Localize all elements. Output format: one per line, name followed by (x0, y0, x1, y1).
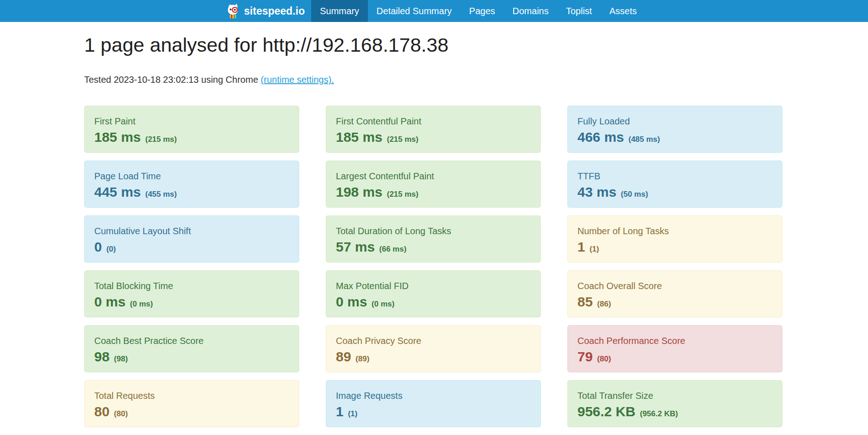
metric-card-coach-privacy-score: Coach Privacy Score 89 (89) (326, 325, 541, 372)
metric-label: First Paint (94, 116, 289, 126)
metric-label: Total Requests (94, 391, 289, 401)
metric-card-coach-best-practice-score: Coach Best Practice Score 98 (98) (84, 325, 299, 372)
metric-value-secondary: (1) (346, 409, 358, 418)
metric-label: Coach Best Practice Score (94, 336, 289, 346)
metric-value-main: 98 (94, 349, 109, 364)
metric-value: 0 (0) (94, 239, 289, 255)
metric-label: Coach Overall Score (577, 281, 772, 291)
metric-card-coach-overall-score: Coach Overall Score 85 (86) (567, 270, 782, 317)
main-content: 1 page analysed for http://192.168.178.3… (84, 34, 782, 435)
metric-label: TTFB (577, 171, 772, 181)
metric-label: Total Blocking Time (94, 281, 289, 291)
metric-value: 185 ms (215 ms) (94, 129, 289, 145)
metric-card-total-requests: Total Requests 80 (80) (84, 380, 299, 427)
metric-value: 79 (80) (577, 349, 772, 365)
metric-value-secondary: (215 ms) (385, 135, 419, 144)
metric-label: Largest Contentful Paint (336, 171, 531, 181)
metric-value-secondary: (86) (595, 300, 611, 308)
metric-card-cumulative-layout-shift: Cumulative Layout Shift 0 (0) (84, 215, 299, 263)
nav-tab-summary[interactable]: Summary (311, 0, 368, 22)
metric-card-page-load-time: Page Load Time 445 ms (455 ms) (84, 161, 299, 208)
metric-card-total-duration-of-long-tasks: Total Duration of Long Tasks 57 ms (66 m… (326, 215, 541, 263)
metric-value-secondary: (215 ms) (385, 190, 419, 199)
metric-value: 956.2 KB (956.2 KB) (577, 404, 772, 419)
metric-label: Page Load Time (94, 171, 289, 181)
metric-value-secondary: (0) (104, 245, 116, 253)
metric-value-secondary: (80) (595, 354, 611, 363)
metric-value-main: 198 ms (336, 184, 383, 199)
metric-value-main: 80 (94, 404, 109, 419)
metric-label: Max Potential FID (336, 281, 531, 291)
metric-value-main: 0 ms (336, 294, 367, 309)
metric-value: 43 ms (50 ms) (577, 184, 772, 200)
metric-card-number-of-long-tasks: Number of Long Tasks 1 (1) (567, 215, 782, 263)
metric-value-secondary: (215 ms) (143, 135, 177, 144)
metric-value-secondary: (455 ms) (143, 190, 177, 199)
tested-text: Tested 2023-10-18 23:02:13 using Chrome (84, 75, 258, 85)
metric-value-main: 43 ms (577, 184, 616, 199)
metric-card-total-blocking-time: Total Blocking Time 0 ms (0 ms) (84, 270, 299, 317)
metric-card-fully-loaded: Fully Loaded 466 ms (485 ms) (567, 106, 782, 153)
metric-value: 98 (98) (94, 349, 289, 365)
metric-value-secondary: (485 ms) (626, 135, 660, 144)
metric-label: Number of Long Tasks (577, 226, 772, 236)
metric-label: Coach Performance Score (577, 336, 772, 346)
nav-tab-toplist[interactable]: Toplist (557, 0, 601, 22)
metric-card-first-contentful-paint: First Contentful Paint 185 ms (215 ms) (326, 106, 541, 153)
metric-label: Total Duration of Long Tasks (336, 226, 531, 236)
nav-tab-pages[interactable]: Pages (460, 0, 504, 22)
metric-value-main: 185 ms (336, 129, 383, 145)
metric-value-secondary: (0 ms) (128, 300, 153, 308)
metric-label: Cumulative Layout Shift (94, 226, 289, 236)
metric-card-max-potential-fid: Max Potential FID 0 ms (0 ms) (326, 270, 541, 317)
metric-value-main: 79 (577, 349, 593, 364)
metric-value-main: 89 (336, 349, 351, 364)
brand-label: sitespeed.io (244, 5, 305, 17)
nav-tab-domains[interactable]: Domains (504, 0, 557, 22)
metric-value-secondary: (66 ms) (377, 245, 406, 253)
metric-value-main: 445 ms (94, 184, 141, 199)
metric-value-secondary: (80) (112, 409, 128, 418)
metric-value: 0 ms (0 ms) (94, 294, 289, 310)
metric-card-image-requests: Image Requests 1 (1) (326, 380, 541, 427)
metric-label: Total Transfer Size (577, 391, 772, 401)
metric-value-main: 1 (577, 239, 585, 254)
metric-value-main: 1 (336, 404, 344, 419)
metric-value: 1 (1) (577, 239, 772, 255)
runtime-settings-link[interactable]: (runtime settings). (261, 75, 334, 85)
brand[interactable]: sitespeed.io (222, 0, 311, 22)
metric-value: 466 ms (485 ms) (577, 129, 772, 145)
metric-value: 1 (1) (336, 404, 531, 419)
metric-value-main: 466 ms (577, 129, 624, 145)
metric-value: 0 ms (0 ms) (336, 294, 531, 310)
metric-label: Coach Privacy Score (336, 336, 531, 346)
metric-value-main: 0 ms (94, 294, 125, 309)
metric-card-total-transfer-size: Total Transfer Size 956.2 KB (956.2 KB) (567, 380, 782, 427)
metric-value-secondary: (98) (112, 354, 128, 363)
tested-line: Tested 2023-10-18 23:02:13 using Chrome … (84, 75, 782, 85)
sitespeed-logo-icon (225, 3, 244, 19)
nav-tab-assets[interactable]: Assets (601, 0, 646, 22)
metric-value-secondary: (1) (588, 245, 599, 253)
metric-value-main: 0 (94, 239, 102, 254)
metric-value: 85 (86) (577, 294, 772, 310)
metric-value-secondary: (956.2 KB) (638, 409, 678, 418)
metric-label: First Contentful Paint (336, 116, 531, 126)
metrics-grid: First Paint 185 ms (215 ms) First Conten… (84, 106, 782, 435)
metric-value-main: 956.2 KB (577, 404, 636, 419)
nav-tab-detailed-summary[interactable]: Detailed Summary (368, 0, 461, 22)
metric-card-largest-contentful-paint: Largest Contentful Paint 198 ms (215 ms) (326, 161, 541, 208)
metric-value-main: 57 ms (336, 239, 375, 254)
metric-value-secondary: (89) (353, 354, 369, 363)
metric-value-main: 185 ms (94, 129, 141, 145)
metric-label: Image Requests (336, 391, 531, 401)
metric-value: 57 ms (66 ms) (336, 239, 531, 255)
metric-card-first-paint: First Paint 185 ms (215 ms) (84, 106, 299, 153)
metric-value: 445 ms (455 ms) (94, 184, 289, 200)
metric-value-secondary: (0 ms) (369, 300, 394, 308)
metric-value-main: 85 (577, 294, 593, 309)
page-title: 1 page analysed for http://192.168.178.3… (84, 34, 782, 56)
metric-value: 80 (80) (94, 404, 289, 419)
metric-value: 185 ms (215 ms) (336, 129, 531, 145)
metric-value: 89 (89) (336, 349, 531, 365)
